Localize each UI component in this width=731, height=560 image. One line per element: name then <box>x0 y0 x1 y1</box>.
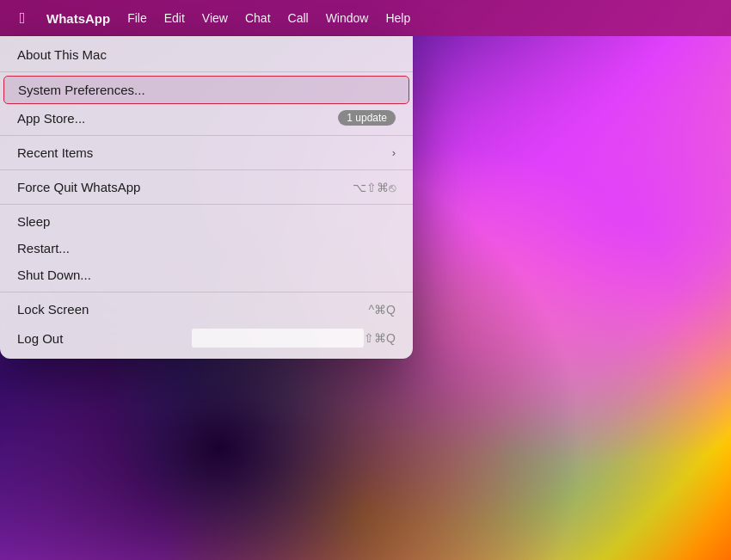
menu-separator-5 <box>0 292 413 292</box>
update-badge: 1 update <box>338 110 396 126</box>
menu-item-about-this-mac[interactable]: About This Mac <box>0 41 413 68</box>
menubar-item-whatsapp[interactable]: WhatsApp <box>38 0 119 36</box>
menubar-item-view[interactable]: View <box>194 0 236 36</box>
menubar-item-window[interactable]: Window <box>317 0 378 36</box>
menu-item-app-store[interactable]: App Store... 1 update <box>0 104 413 132</box>
menubar-item-call[interactable]: Call <box>280 0 317 36</box>
menu-item-system-preferences[interactable]: System Preferences... <box>3 76 409 104</box>
menu-item-restart[interactable]: Restart... <box>0 235 413 262</box>
force-quit-shortcut: ⌥⇧⌘⎋ <box>353 181 396 194</box>
menu-separator-2 <box>0 135 413 136</box>
log-out-shortcut: ⇧⌘Q <box>364 331 396 345</box>
menu-item-lock-screen[interactable]: Lock Screen ^⌘Q <box>0 296 413 323</box>
menu-item-sleep[interactable]: Sleep <box>0 208 413 235</box>
menu-item-log-out[interactable]: Log Out ⇧⌘Q <box>0 323 413 354</box>
menubar-item-chat[interactable]: Chat <box>236 0 280 36</box>
apple-menu-button[interactable]:  <box>7 0 38 36</box>
menubar-items: WhatsApp File Edit View Chat Call Window… <box>38 0 419 36</box>
log-out-username-redacted <box>192 329 364 348</box>
menu-separator-4 <box>0 204 413 205</box>
menubar-item-help[interactable]: Help <box>377 0 419 36</box>
menubar:  WhatsApp File Edit View Chat Call Wind… <box>0 0 731 36</box>
menu-separator-3 <box>0 169 413 170</box>
menubar-item-edit[interactable]: Edit <box>156 0 194 36</box>
apple-dropdown-menu: About This Mac System Preferences... App… <box>0 36 413 359</box>
lock-screen-shortcut: ^⌘Q <box>369 303 396 317</box>
menu-item-force-quit[interactable]: Force Quit WhatsApp ⌥⇧⌘⎋ <box>0 174 413 200</box>
chevron-right-icon: › <box>392 146 396 159</box>
menu-item-recent-items[interactable]: Recent Items › <box>0 139 413 166</box>
menu-separator-1 <box>0 71 413 72</box>
menubar-item-file[interactable]: File <box>119 0 156 36</box>
menu-item-shut-down[interactable]: Shut Down... <box>0 262 413 288</box>
